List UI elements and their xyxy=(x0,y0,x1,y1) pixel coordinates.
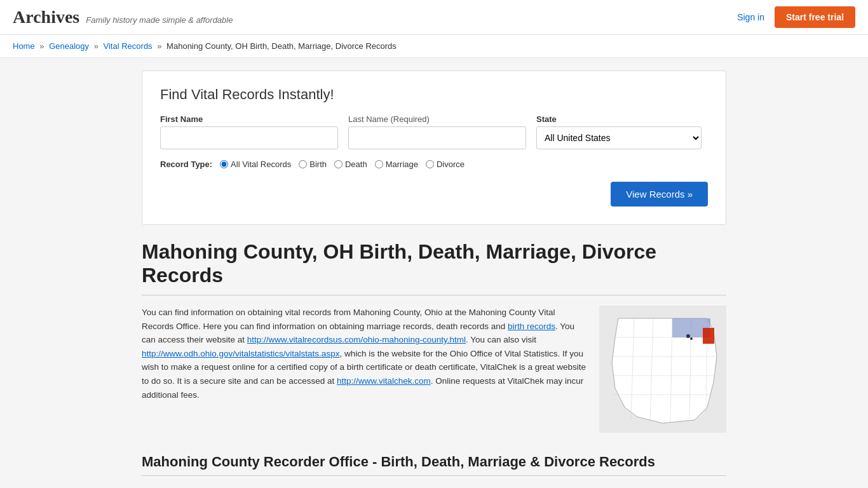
address-block: Mahoning County PO Box 928 Youngstown, O… xyxy=(142,484,726,488)
header-actions: Sign in Start free trial xyxy=(737,6,855,28)
site-header: Archives Family history made simple & af… xyxy=(0,0,868,35)
vitalrecordsus-link[interactable]: http://www.vitalrecordsus.com/ohio-mahon… xyxy=(247,335,466,344)
record-type-row: Record Type: All Vital Records Birth Dea… xyxy=(160,159,708,169)
breadcrumb-genealogy[interactable]: Genealogy xyxy=(49,41,89,51)
birth-link[interactable]: birth records xyxy=(508,322,555,331)
logo-text: Archives xyxy=(13,7,79,27)
breadcrumb-sep-1: » xyxy=(39,41,44,51)
record-type-death[interactable]: Death xyxy=(334,159,367,169)
first-name-group: First Name xyxy=(160,114,338,149)
svg-point-14 xyxy=(690,337,693,340)
breadcrumb-current: Mahoning County, OH Birth, Death, Marria… xyxy=(166,41,397,51)
intro-text: You can find information on obtaining vi… xyxy=(142,306,587,435)
record-type-all[interactable]: All Vital Records xyxy=(220,159,291,169)
state-select[interactable]: All United States xyxy=(536,126,702,149)
last-name-group: Last Name (Required) xyxy=(348,114,526,149)
page-title: Mahoning County, OH Birth, Death, Marria… xyxy=(142,240,726,295)
breadcrumb-home[interactable]: Home xyxy=(13,41,35,51)
record-type-marriage[interactable]: Marriage xyxy=(375,159,418,169)
content-area: You can find information on obtaining vi… xyxy=(142,306,726,435)
breadcrumb-vital-records[interactable]: Vital Records xyxy=(104,41,153,51)
logo-area: Archives Family history made simple & af… xyxy=(13,7,233,27)
recorder-section-title: Mahoning County Recorder Office - Birth,… xyxy=(142,454,726,476)
sign-in-link[interactable]: Sign in xyxy=(737,12,764,22)
breadcrumb-sep-2: » xyxy=(94,41,98,51)
ohio-map-area xyxy=(599,306,726,435)
svg-rect-12 xyxy=(703,328,714,344)
first-name-input[interactable] xyxy=(160,126,338,149)
odh-link[interactable]: http://www.odh.ohio.gov/vitalstatistics/… xyxy=(142,349,339,358)
logo-tagline: Family history made simple & affordable xyxy=(86,15,233,25)
form-row-inputs: First Name Last Name (Required) State Al… xyxy=(160,114,708,149)
intro-paragraph: You can find information on obtaining vi… xyxy=(142,306,587,402)
county-name: Mahoning County xyxy=(142,484,726,488)
search-box: Find Vital Records Instantly! First Name… xyxy=(142,71,726,225)
btn-row: View Records » xyxy=(160,182,708,207)
record-type-birth[interactable]: Birth xyxy=(299,159,327,169)
ohio-map-svg xyxy=(599,306,726,433)
last-name-input[interactable] xyxy=(348,126,526,149)
breadcrumb-sep-3: » xyxy=(157,41,161,51)
state-group: State All United States xyxy=(536,114,702,149)
vitalchek-link[interactable]: http://www.vitalchek.com xyxy=(337,376,431,386)
view-records-button[interactable]: View Records » xyxy=(611,182,708,207)
record-type-divorce[interactable]: Divorce xyxy=(426,159,465,169)
start-trial-button[interactable]: Start free trial xyxy=(775,6,855,28)
state-label: State xyxy=(536,114,702,124)
first-name-label: First Name xyxy=(160,114,338,124)
svg-point-13 xyxy=(686,334,690,338)
record-type-label: Record Type: xyxy=(160,159,212,169)
last-name-label: Last Name (Required) xyxy=(348,114,526,124)
search-form-title: Find Vital Records Instantly! xyxy=(160,86,708,103)
breadcrumb: Home » Genealogy » Vital Records » Mahon… xyxy=(0,35,868,58)
main-content: Find Vital Records Instantly! First Name… xyxy=(129,58,739,488)
